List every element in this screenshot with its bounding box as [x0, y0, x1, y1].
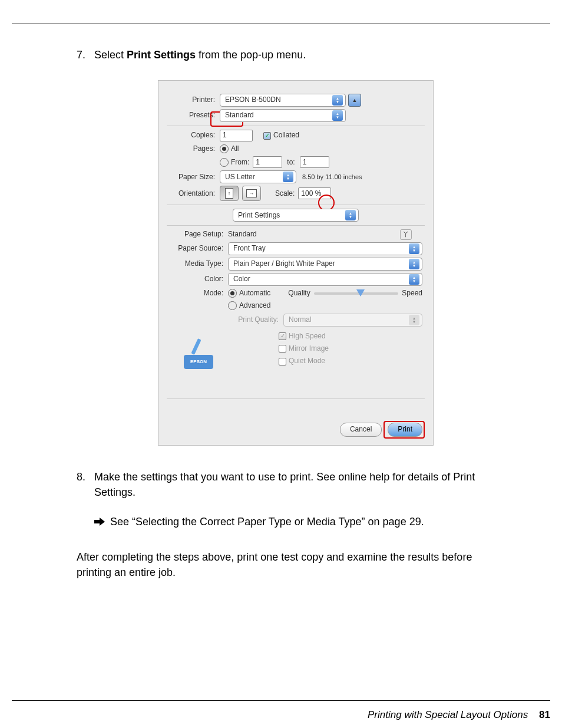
papersource-popup[interactable]: Front Tray ▲▼: [228, 242, 422, 255]
print-button-label: Print: [398, 424, 412, 434]
cancel-button[interactable]: Cancel: [340, 423, 382, 437]
presets-label: Presets:: [169, 110, 215, 120]
printer-label: Printer:: [169, 95, 215, 105]
quietmode-checkbox: ✓: [279, 358, 286, 365]
footer-page-number: 81: [539, 709, 550, 720]
epson-printer-icon: EPSON: [184, 342, 213, 369]
pages-all-radio[interactable]: [220, 144, 229, 153]
papersource-value: Front Tray: [233, 243, 409, 253]
pages-from-radio[interactable]: [220, 158, 229, 167]
quality-slider[interactable]: [314, 292, 399, 295]
step-7-text-pre: Select: [94, 49, 127, 61]
mirrorimage-label: Mirror Image: [289, 344, 329, 354]
scale-value: 100 %: [301, 189, 321, 199]
divider: [167, 205, 425, 205]
mode-advanced-label: Advanced: [239, 301, 270, 311]
presets-popup[interactable]: Standard ▲▼: [220, 109, 346, 122]
orientation-portrait-button[interactable]: ↑: [220, 186, 239, 201]
copies-label: Copies:: [169, 130, 215, 140]
popup-arrows-icon: ▲▼: [345, 210, 356, 220]
color-popup[interactable]: Color ▲▼: [228, 273, 422, 286]
papersource-label: Paper Source:: [169, 243, 223, 253]
color-label: Color:: [169, 274, 223, 284]
popup-arrows-icon: ▲▼: [283, 172, 293, 182]
printer-info-button[interactable]: ▲: [348, 94, 361, 107]
print-button[interactable]: Print: [388, 423, 422, 437]
speed-label: Speed: [402, 288, 422, 298]
divider: [167, 398, 425, 399]
quality-label: Quality: [288, 288, 310, 298]
page-rule-top: [12, 24, 550, 24]
slider-thumb-icon: [356, 289, 365, 297]
closing-text: After completing the steps above, print …: [77, 549, 497, 580]
cancel-button-label: Cancel: [350, 424, 372, 434]
print-dialog: Printer: EPSON B-500DN ▲▼ ▲ Presets: Sta…: [158, 80, 434, 446]
papersize-label: Paper Size:: [169, 172, 215, 182]
quietmode-label: Quiet Mode: [289, 356, 325, 366]
copies-value: 1: [223, 130, 227, 140]
pages-label: Pages:: [169, 144, 215, 154]
pages-to-value: 1: [303, 157, 307, 167]
section-popup[interactable]: Print Settings ▲▼: [233, 209, 359, 222]
pages-to-label: to:: [287, 157, 295, 167]
step-7-text-post: from the pop-up menu.: [196, 49, 306, 61]
pages-from-value: 1: [256, 157, 260, 167]
pagesetup-label: Page Setup:: [169, 229, 223, 239]
popup-arrows-icon: ▲▼: [409, 315, 419, 325]
mirrorimage-checkbox: ✓: [279, 345, 286, 353]
mediatype-value: Plain Paper / Bright White Paper: [233, 259, 409, 269]
orientation-landscape-button[interactable]: →: [242, 186, 261, 201]
divider: [167, 126, 425, 126]
highspeed-label: High Speed: [289, 331, 326, 341]
mode-automatic-radio[interactable]: [228, 289, 237, 298]
collated-label: Collated: [273, 130, 299, 140]
presets-value: Standard: [225, 110, 332, 120]
copies-input[interactable]: 1: [220, 130, 253, 141]
papersize-popup[interactable]: US Letter ▲▼: [220, 170, 296, 183]
collated-checkbox[interactable]: ✓: [263, 132, 271, 140]
printquality-label: Print Quality:: [228, 315, 279, 325]
step-7: 7. Select Print Settings from the pop-up…: [77, 47, 497, 446]
scale-input[interactable]: 100 %: [298, 187, 331, 199]
presets-tool-icon[interactable]: 丫: [400, 229, 412, 240]
pages-from-label: From:: [231, 157, 249, 167]
step-7-number: 7.: [77, 47, 85, 62]
papersize-dim: 8.50 by 11.00 inches: [302, 173, 362, 182]
highspeed-checkbox: ✓: [279, 332, 286, 340]
see-reference-text: See “Selecting the Correct Paper Type or…: [110, 516, 424, 528]
scale-label: Scale:: [275, 189, 295, 199]
printquality-popup: Normal ▲▼: [283, 314, 422, 327]
orientation-label: Orientation:: [169, 189, 215, 199]
epson-icon-label: EPSON: [190, 358, 207, 365]
popup-arrows-icon: ▲▼: [409, 259, 419, 269]
step-8-text: Make the settings that you want to use t…: [94, 471, 475, 498]
footer-section-title: Printing with Special Layout Options: [368, 709, 528, 720]
printer-value: EPSON B-500DN: [225, 95, 332, 105]
pages-all-label: All: [231, 144, 239, 154]
mode-automatic-label: Automatic: [239, 288, 270, 298]
popup-arrows-icon: ▲▼: [332, 95, 343, 106]
pages-from-input[interactable]: 1: [253, 156, 282, 168]
step-7-text-bold: Print Settings: [127, 49, 196, 61]
page-footer: Printing with Special Layout Options 81: [368, 709, 550, 721]
mode-label: Mode:: [169, 288, 223, 298]
pages-to-input[interactable]: 1: [300, 156, 329, 168]
section-value: Print Settings: [238, 210, 345, 220]
arrow-right-icon: [94, 518, 105, 526]
color-value: Color: [233, 274, 409, 284]
page-rule-bottom: [12, 700, 550, 701]
popup-arrows-icon: ▲▼: [332, 110, 343, 121]
divider: [167, 225, 425, 226]
pagesetup-value: Standard: [228, 229, 257, 239]
step-8-number: 8.: [77, 469, 85, 485]
step-8: 8. Make the settings that you want to us…: [77, 469, 497, 529]
mediatype-label: Media Type:: [169, 259, 223, 269]
papersize-value: US Letter: [225, 172, 283, 182]
mediatype-popup[interactable]: Plain Paper / Bright White Paper ▲▼: [228, 258, 422, 271]
popup-arrows-icon: ▲▼: [409, 274, 419, 285]
printer-popup[interactable]: EPSON B-500DN ▲▼: [220, 94, 346, 107]
popup-arrows-icon: ▲▼: [409, 243, 419, 254]
mode-advanced-radio[interactable]: [228, 301, 237, 310]
printquality-value: Normal: [289, 315, 409, 325]
